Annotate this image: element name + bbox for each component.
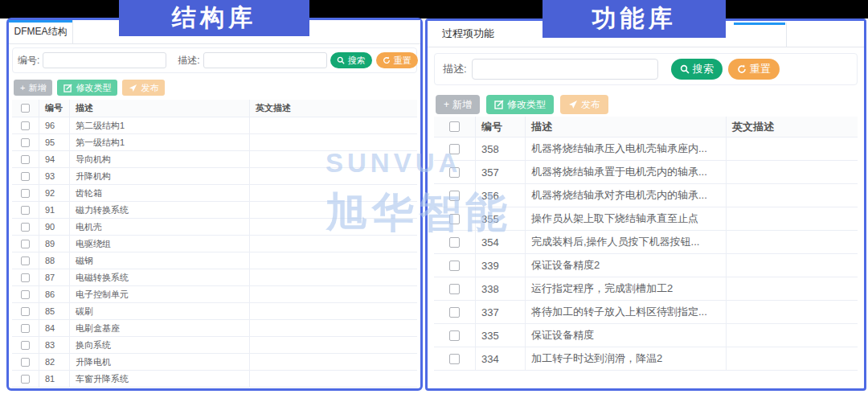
row-id: 339 — [476, 254, 526, 277]
row-checkbox[interactable] — [21, 273, 30, 282]
table-row[interactable]: 92齿轮箱 — [12, 185, 417, 202]
row-description: 电磁转换系统 — [70, 269, 250, 285]
structure-search-bar: 编号: 描述: 搜索 重置 — [12, 47, 417, 73]
select-all-checkbox[interactable] — [449, 121, 460, 132]
add-button[interactable]: + 新增 — [14, 80, 52, 96]
row-id: 93 — [39, 168, 70, 184]
reset-button[interactable]: 重置 — [728, 59, 780, 80]
row-id: 87 — [39, 269, 70, 285]
table-row[interactable]: 355操作员从架上取下烧结轴承直至止点 — [434, 207, 858, 231]
row-checkbox-cell — [434, 137, 476, 160]
id-search-input[interactable] — [43, 52, 166, 68]
row-checkbox[interactable] — [21, 290, 30, 299]
row-checkbox[interactable] — [449, 284, 460, 294]
table-row[interactable]: 86电子控制单元 — [12, 286, 417, 303]
table-row[interactable]: 339保证设备精度2 — [434, 254, 858, 277]
table-row[interactable]: 356机器将烧结轴承对齐电机壳内的轴承... — [434, 184, 858, 207]
reset-button-label: 重置 — [394, 55, 411, 67]
table-row[interactable]: 81车窗升降系统 — [12, 371, 417, 388]
table-row[interactable]: 85碳刷 — [12, 303, 417, 320]
row-checkbox[interactable] — [21, 324, 30, 333]
row-id: 90 — [39, 219, 70, 235]
row-checkbox[interactable] — [21, 307, 30, 316]
structure-table: 编号 描述 英文描述 96第二级结构195第一级结构194导向机构93升降机构9… — [12, 100, 417, 388]
table-row[interactable]: 89电驱绕组 — [12, 236, 417, 252]
table-row[interactable]: 338运行指定程序，完成割槽加工2 — [434, 277, 858, 301]
row-description: 完成装料后,操作人员按下机器按钮... — [526, 231, 727, 253]
row-checkbox[interactable] — [449, 237, 460, 248]
table-row[interactable]: 96第二级结构1 — [12, 117, 417, 134]
row-description: 运行指定程序，完成割槽加工2 — [526, 277, 727, 300]
publish-button[interactable]: 发布 — [560, 95, 608, 114]
row-checkbox[interactable] — [449, 167, 460, 178]
row-english-description — [727, 254, 858, 277]
row-checkbox-cell — [12, 117, 39, 133]
row-checkbox[interactable] — [449, 354, 460, 364]
tab-dfmea-structure[interactable]: DFMEA结构 — [9, 20, 73, 43]
row-english-description — [727, 184, 858, 207]
row-checkbox-cell — [12, 252, 39, 269]
row-checkbox[interactable] — [21, 189, 30, 198]
table-row[interactable]: 95第一级结构1 — [12, 134, 417, 151]
search-button[interactable]: 搜索 — [330, 52, 372, 68]
reset-button[interactable]: 重置 — [376, 52, 418, 68]
table-row[interactable]: 94导向机构 — [12, 151, 417, 168]
table-row[interactable]: 93升降机构 — [12, 168, 417, 185]
desc-search-input[interactable] — [472, 59, 658, 80]
publish-button[interactable]: 发布 — [122, 80, 165, 96]
table-row[interactable]: 354完成装料后,操作人员按下机器按钮... — [434, 231, 858, 254]
row-english-description — [250, 185, 417, 201]
publish-button-label: 发布 — [581, 98, 600, 112]
row-checkbox-cell — [12, 185, 39, 201]
column-header-en: 英文描述 — [727, 117, 858, 137]
add-button[interactable]: + 新增 — [436, 95, 480, 114]
tab-process-item-function[interactable]: 过程项功能 — [428, 21, 494, 47]
structure-library-banner: 结构库 — [119, 0, 309, 36]
table-row[interactable]: 357机器将烧结轴承置于电机壳内的轴承... — [434, 161, 858, 184]
row-checkbox[interactable] — [21, 172, 30, 181]
row-checkbox[interactable] — [449, 307, 460, 318]
table-row[interactable]: 88磁钢 — [12, 252, 417, 269]
table-row[interactable]: 90电机壳 — [12, 219, 417, 236]
row-checkbox[interactable] — [21, 223, 30, 232]
search-button[interactable]: 搜索 — [671, 59, 723, 80]
modify-type-button[interactable]: 修改类型 — [57, 80, 117, 96]
row-english-description — [727, 347, 858, 370]
table-row[interactable]: 83换向系统 — [12, 337, 417, 354]
row-checkbox[interactable] — [449, 261, 460, 271]
row-checkbox[interactable] — [21, 240, 30, 248]
table-row[interactable]: 337将待加工的转子放入上料区待割指定... — [434, 301, 858, 324]
function-toolbar: + 新增 修改类型 发布 — [436, 95, 858, 114]
row-description: 电驱绕组 — [70, 236, 250, 252]
table-row[interactable]: 82升降电机 — [12, 354, 417, 371]
row-checkbox[interactable] — [21, 358, 30, 367]
table-row[interactable]: 87电磁转换系统 — [12, 269, 417, 286]
row-checkbox[interactable] — [21, 206, 30, 215]
select-all-checkbox[interactable] — [21, 104, 30, 113]
row-checkbox[interactable] — [21, 155, 30, 164]
row-checkbox[interactable] — [449, 144, 460, 154]
row-checkbox-cell — [12, 337, 39, 353]
search-button-label: 搜索 — [693, 62, 714, 76]
row-id: 338 — [476, 277, 526, 300]
row-checkbox[interactable] — [449, 330, 460, 341]
row-checkbox[interactable] — [21, 341, 30, 350]
table-row[interactable]: 358机器将烧结轴承压入电机壳轴承座内... — [434, 137, 858, 161]
table-row[interactable]: 335保证设备精度 — [434, 324, 858, 347]
modify-type-button[interactable]: 修改类型 — [486, 95, 554, 114]
row-id: 92 — [39, 185, 70, 201]
row-checkbox[interactable] — [21, 257, 30, 265]
row-checkbox[interactable] — [21, 138, 30, 147]
row-checkbox[interactable] — [21, 375, 30, 384]
select-all-cell — [434, 117, 476, 137]
row-description: 第一级结构1 — [70, 134, 250, 150]
row-english-description — [727, 324, 858, 347]
row-checkbox-cell — [12, 286, 39, 302]
row-checkbox[interactable] — [21, 121, 30, 130]
table-row[interactable]: 334加工转子时达到润滑，降温2 — [434, 347, 858, 371]
desc-search-input[interactable] — [203, 52, 327, 68]
table-row[interactable]: 84电刷盒基座 — [12, 320, 417, 337]
row-checkbox[interactable] — [449, 214, 460, 224]
row-checkbox[interactable] — [449, 191, 460, 201]
table-row[interactable]: 91磁力转换系统 — [12, 202, 417, 219]
